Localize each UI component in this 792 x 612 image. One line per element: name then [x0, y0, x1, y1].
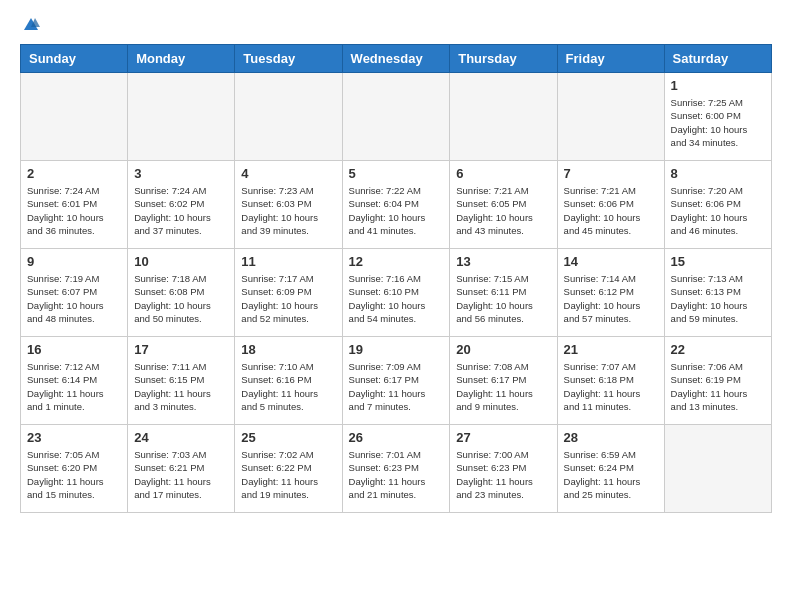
calendar-cell — [235, 73, 342, 161]
calendar-cell — [450, 73, 557, 161]
day-info: Sunrise: 7:21 AM Sunset: 6:05 PM Dayligh… — [456, 184, 550, 237]
day-info: Sunrise: 7:24 AM Sunset: 6:01 PM Dayligh… — [27, 184, 121, 237]
day-info: Sunrise: 7:20 AM Sunset: 6:06 PM Dayligh… — [671, 184, 765, 237]
calendar-header-sunday: Sunday — [21, 45, 128, 73]
day-number: 20 — [456, 342, 550, 357]
day-info: Sunrise: 7:02 AM Sunset: 6:22 PM Dayligh… — [241, 448, 335, 501]
day-number: 14 — [564, 254, 658, 269]
day-info: Sunrise: 7:23 AM Sunset: 6:03 PM Dayligh… — [241, 184, 335, 237]
calendar-cell — [664, 425, 771, 513]
calendar-cell: 3Sunrise: 7:24 AM Sunset: 6:02 PM Daylig… — [128, 161, 235, 249]
calendar-cell: 9Sunrise: 7:19 AM Sunset: 6:07 PM Daylig… — [21, 249, 128, 337]
day-number: 4 — [241, 166, 335, 181]
day-number: 21 — [564, 342, 658, 357]
calendar-header-tuesday: Tuesday — [235, 45, 342, 73]
calendar-header-friday: Friday — [557, 45, 664, 73]
day-info: Sunrise: 7:08 AM Sunset: 6:17 PM Dayligh… — [456, 360, 550, 413]
calendar-cell: 6Sunrise: 7:21 AM Sunset: 6:05 PM Daylig… — [450, 161, 557, 249]
day-info: Sunrise: 7:00 AM Sunset: 6:23 PM Dayligh… — [456, 448, 550, 501]
day-number: 9 — [27, 254, 121, 269]
day-number: 13 — [456, 254, 550, 269]
day-number: 22 — [671, 342, 765, 357]
day-number: 26 — [349, 430, 444, 445]
logo — [20, 16, 42, 34]
calendar-cell: 5Sunrise: 7:22 AM Sunset: 6:04 PM Daylig… — [342, 161, 450, 249]
day-number: 10 — [134, 254, 228, 269]
calendar-cell — [128, 73, 235, 161]
day-info: Sunrise: 7:03 AM Sunset: 6:21 PM Dayligh… — [134, 448, 228, 501]
calendar-cell: 7Sunrise: 7:21 AM Sunset: 6:06 PM Daylig… — [557, 161, 664, 249]
day-number: 19 — [349, 342, 444, 357]
day-number: 15 — [671, 254, 765, 269]
calendar-cell: 13Sunrise: 7:15 AM Sunset: 6:11 PM Dayli… — [450, 249, 557, 337]
calendar-header-thursday: Thursday — [450, 45, 557, 73]
day-number: 6 — [456, 166, 550, 181]
calendar-cell: 21Sunrise: 7:07 AM Sunset: 6:18 PM Dayli… — [557, 337, 664, 425]
day-info: Sunrise: 7:09 AM Sunset: 6:17 PM Dayligh… — [349, 360, 444, 413]
day-number: 12 — [349, 254, 444, 269]
day-number: 11 — [241, 254, 335, 269]
calendar-cell: 11Sunrise: 7:17 AM Sunset: 6:09 PM Dayli… — [235, 249, 342, 337]
calendar-cell: 17Sunrise: 7:11 AM Sunset: 6:15 PM Dayli… — [128, 337, 235, 425]
calendar-cell: 20Sunrise: 7:08 AM Sunset: 6:17 PM Dayli… — [450, 337, 557, 425]
day-number: 1 — [671, 78, 765, 93]
calendar-cell: 24Sunrise: 7:03 AM Sunset: 6:21 PM Dayli… — [128, 425, 235, 513]
calendar-week-3: 16Sunrise: 7:12 AM Sunset: 6:14 PM Dayli… — [21, 337, 772, 425]
day-number: 25 — [241, 430, 335, 445]
calendar-week-2: 9Sunrise: 7:19 AM Sunset: 6:07 PM Daylig… — [21, 249, 772, 337]
calendar-header-saturday: Saturday — [664, 45, 771, 73]
day-info: Sunrise: 7:18 AM Sunset: 6:08 PM Dayligh… — [134, 272, 228, 325]
day-info: Sunrise: 7:13 AM Sunset: 6:13 PM Dayligh… — [671, 272, 765, 325]
calendar-cell: 18Sunrise: 7:10 AM Sunset: 6:16 PM Dayli… — [235, 337, 342, 425]
calendar-cell — [557, 73, 664, 161]
calendar-header-row: SundayMondayTuesdayWednesdayThursdayFrid… — [21, 45, 772, 73]
day-number: 23 — [27, 430, 121, 445]
calendar-cell — [21, 73, 128, 161]
day-info: Sunrise: 7:24 AM Sunset: 6:02 PM Dayligh… — [134, 184, 228, 237]
day-number: 27 — [456, 430, 550, 445]
day-info: Sunrise: 7:11 AM Sunset: 6:15 PM Dayligh… — [134, 360, 228, 413]
day-info: Sunrise: 7:12 AM Sunset: 6:14 PM Dayligh… — [27, 360, 121, 413]
day-info: Sunrise: 7:21 AM Sunset: 6:06 PM Dayligh… — [564, 184, 658, 237]
calendar-week-1: 2Sunrise: 7:24 AM Sunset: 6:01 PM Daylig… — [21, 161, 772, 249]
calendar-cell: 26Sunrise: 7:01 AM Sunset: 6:23 PM Dayli… — [342, 425, 450, 513]
calendar-cell: 28Sunrise: 6:59 AM Sunset: 6:24 PM Dayli… — [557, 425, 664, 513]
day-number: 8 — [671, 166, 765, 181]
day-number: 28 — [564, 430, 658, 445]
calendar: SundayMondayTuesdayWednesdayThursdayFrid… — [20, 44, 772, 513]
day-info: Sunrise: 7:01 AM Sunset: 6:23 PM Dayligh… — [349, 448, 444, 501]
day-number: 3 — [134, 166, 228, 181]
day-info: Sunrise: 7:05 AM Sunset: 6:20 PM Dayligh… — [27, 448, 121, 501]
day-info: Sunrise: 7:10 AM Sunset: 6:16 PM Dayligh… — [241, 360, 335, 413]
calendar-cell: 16Sunrise: 7:12 AM Sunset: 6:14 PM Dayli… — [21, 337, 128, 425]
calendar-cell: 23Sunrise: 7:05 AM Sunset: 6:20 PM Dayli… — [21, 425, 128, 513]
day-number: 7 — [564, 166, 658, 181]
day-info: Sunrise: 7:22 AM Sunset: 6:04 PM Dayligh… — [349, 184, 444, 237]
calendar-cell: 12Sunrise: 7:16 AM Sunset: 6:10 PM Dayli… — [342, 249, 450, 337]
day-number: 16 — [27, 342, 121, 357]
day-number: 5 — [349, 166, 444, 181]
calendar-header-monday: Monday — [128, 45, 235, 73]
calendar-cell: 14Sunrise: 7:14 AM Sunset: 6:12 PM Dayli… — [557, 249, 664, 337]
calendar-cell — [342, 73, 450, 161]
calendar-cell: 22Sunrise: 7:06 AM Sunset: 6:19 PM Dayli… — [664, 337, 771, 425]
page: SundayMondayTuesdayWednesdayThursdayFrid… — [0, 0, 792, 529]
calendar-cell: 2Sunrise: 7:24 AM Sunset: 6:01 PM Daylig… — [21, 161, 128, 249]
calendar-cell: 25Sunrise: 7:02 AM Sunset: 6:22 PM Dayli… — [235, 425, 342, 513]
calendar-cell: 8Sunrise: 7:20 AM Sunset: 6:06 PM Daylig… — [664, 161, 771, 249]
day-info: Sunrise: 7:06 AM Sunset: 6:19 PM Dayligh… — [671, 360, 765, 413]
calendar-header-wednesday: Wednesday — [342, 45, 450, 73]
header — [20, 16, 772, 34]
calendar-week-0: 1Sunrise: 7:25 AM Sunset: 6:00 PM Daylig… — [21, 73, 772, 161]
day-info: Sunrise: 7:15 AM Sunset: 6:11 PM Dayligh… — [456, 272, 550, 325]
day-info: Sunrise: 6:59 AM Sunset: 6:24 PM Dayligh… — [564, 448, 658, 501]
day-info: Sunrise: 7:07 AM Sunset: 6:18 PM Dayligh… — [564, 360, 658, 413]
day-number: 17 — [134, 342, 228, 357]
day-number: 2 — [27, 166, 121, 181]
day-info: Sunrise: 7:16 AM Sunset: 6:10 PM Dayligh… — [349, 272, 444, 325]
calendar-cell: 1Sunrise: 7:25 AM Sunset: 6:00 PM Daylig… — [664, 73, 771, 161]
calendar-week-4: 23Sunrise: 7:05 AM Sunset: 6:20 PM Dayli… — [21, 425, 772, 513]
logo-icon — [22, 16, 40, 34]
calendar-cell: 10Sunrise: 7:18 AM Sunset: 6:08 PM Dayli… — [128, 249, 235, 337]
day-info: Sunrise: 7:17 AM Sunset: 6:09 PM Dayligh… — [241, 272, 335, 325]
